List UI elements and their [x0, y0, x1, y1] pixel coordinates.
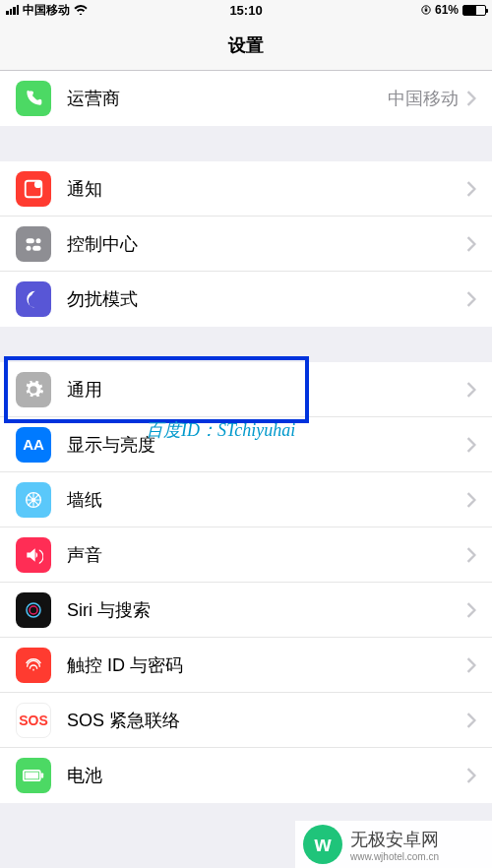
status-bar: 中国移动 15:10 61% [0, 0, 492, 20]
row-label: 通用 [67, 378, 466, 402]
chevron-right-icon [466, 547, 476, 563]
chevron-right-icon [466, 602, 476, 618]
row-wallpaper[interactable]: 墙纸 [0, 472, 492, 527]
row-label: 勿扰模式 [67, 287, 466, 311]
chevron-right-icon [466, 713, 476, 728]
status-time: 15:10 [166, 3, 327, 18]
svg-point-5 [36, 238, 41, 243]
siri-icon [16, 592, 51, 628]
watermark-url: www.wjhotel.com.cn [350, 851, 439, 862]
notifications-icon [16, 171, 51, 207]
group-notifications: 通知 控制中心 勿扰模式 [0, 161, 492, 327]
svg-point-3 [34, 180, 41, 187]
wifi-icon [74, 5, 88, 15]
chevron-right-icon [466, 236, 476, 252]
row-siri[interactable]: Siri 与搜索 [0, 583, 492, 638]
row-label: 控制中心 [67, 232, 466, 256]
row-label: Siri 与搜索 [67, 598, 466, 622]
carrier-label: 中国移动 [23, 2, 70, 19]
row-control-center[interactable]: 控制中心 [0, 217, 492, 272]
nav-header: 设置 [0, 20, 492, 71]
chevron-right-icon [466, 768, 476, 783]
svg-rect-1 [425, 9, 428, 12]
display-icon: AA [16, 427, 51, 463]
svg-point-6 [27, 245, 31, 250]
svg-rect-7 [32, 245, 40, 250]
chevron-right-icon [466, 382, 476, 398]
row-notifications[interactable]: 通知 [0, 161, 492, 217]
row-battery[interactable]: 电池 [0, 748, 492, 803]
group-general: 通用 AA 显示与亮度 墙纸 声音 Siri 与搜索 触控 ID 与密码 [0, 362, 492, 803]
row-label: 声音 [67, 543, 466, 567]
row-general[interactable]: 通用 [0, 362, 492, 417]
row-display[interactable]: AA 显示与亮度 [0, 417, 492, 472]
row-sos[interactable]: SOS SOS 紧急联络 [0, 693, 492, 748]
row-label: 通知 [67, 177, 466, 201]
chevron-right-icon [466, 492, 476, 508]
row-label: 触控 ID 与密码 [67, 653, 466, 677]
svg-rect-15 [26, 773, 39, 779]
svg-rect-14 [41, 773, 44, 777]
chevron-right-icon [466, 91, 476, 106]
battery-pct: 61% [435, 3, 459, 17]
status-left: 中国移动 [6, 2, 166, 19]
row-label: 显示与亮度 [67, 433, 466, 457]
row-label: 电池 [67, 764, 466, 787]
chevron-right-icon [466, 657, 476, 673]
status-right: 61% [326, 3, 486, 17]
sound-icon [16, 537, 51, 573]
row-label: 运营商 [67, 87, 388, 110]
row-detail: 中国移动 [388, 87, 459, 110]
row-carrier[interactable]: 运营商 中国移动 [0, 71, 492, 126]
chevron-right-icon [466, 291, 476, 307]
row-sound[interactable]: 声音 [0, 527, 492, 583]
group-carrier: 运营商 中国移动 [0, 71, 492, 126]
fingerprint-icon [16, 648, 51, 683]
chevron-right-icon [466, 437, 476, 453]
row-dnd[interactable]: 勿扰模式 [0, 272, 492, 327]
moon-icon [16, 281, 51, 317]
row-label: SOS 紧急联络 [67, 709, 466, 732]
sos-icon: SOS [16, 703, 51, 738]
watermark-footer: w 无极安卓网 www.wjhotel.com.cn [295, 821, 492, 868]
watermark-logo-icon: w [303, 825, 342, 864]
row-label: 墙纸 [67, 488, 466, 512]
phone-icon [16, 81, 51, 116]
wallpaper-icon [16, 482, 51, 518]
orientation-lock-icon [421, 5, 431, 15]
signal-icon [6, 5, 19, 15]
gear-icon [16, 372, 51, 407]
page-title: 设置 [228, 33, 264, 57]
watermark-brand: 无极安卓网 [350, 828, 439, 851]
row-touchid[interactable]: 触控 ID 与密码 [0, 638, 492, 693]
battery-icon [462, 5, 486, 16]
control-center-icon [16, 226, 51, 262]
chevron-right-icon [466, 181, 476, 197]
battery-row-icon [16, 758, 51, 793]
svg-rect-4 [27, 238, 34, 243]
